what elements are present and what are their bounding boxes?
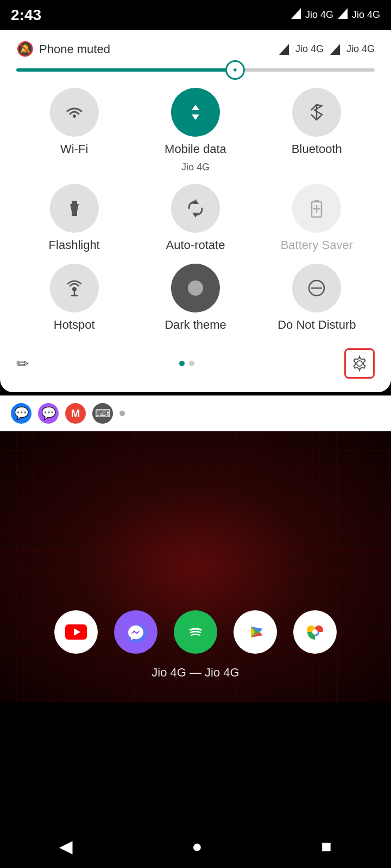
settings-button[interactable]	[344, 348, 375, 379]
battery-saver-label: Battery Saver	[281, 238, 353, 252]
network1-icon	[291, 8, 301, 22]
hotspot-icon	[62, 276, 86, 300]
dnd-icon	[305, 276, 329, 300]
svg-marker-2	[279, 44, 289, 55]
status-time: 2:43	[11, 7, 41, 24]
messenger-icon-1: 💬	[11, 403, 31, 424]
auto-rotate-icon	[184, 196, 207, 220]
home-status-text: Jio 4G — Jio 4G	[0, 666, 391, 680]
brightness-thumb[interactable]	[225, 60, 245, 80]
notification-row: 🔕 Phone muted Jio 4G Jio 4G	[16, 41, 375, 58]
auto-rotate-label: Auto-rotate	[166, 238, 225, 252]
flashlight-icon-circle[interactable]	[50, 184, 99, 233]
tile-flashlight[interactable]: Flashlight	[16, 184, 132, 252]
network2-icon	[338, 8, 348, 22]
svg-point-32	[312, 629, 318, 635]
dark-theme-label: Dark theme	[165, 318, 226, 332]
app-icons-row	[0, 610, 391, 654]
network2-label: Jio 4G	[352, 9, 380, 21]
home-button[interactable]: ●	[192, 837, 202, 857]
status-icons: Jio 4G Jio 4G	[291, 8, 380, 22]
flashlight-label: Flashlight	[49, 238, 100, 252]
wifi-icon	[62, 100, 86, 124]
messenger-icon-2: 💬	[38, 403, 59, 424]
google-play-icon[interactable]	[234, 610, 277, 654]
brightness-row[interactable]	[16, 68, 375, 72]
wifi-icon-circle[interactable]	[50, 88, 99, 137]
status-bar: 2:43 Jio 4G Jio 4G	[0, 0, 391, 30]
signal2-label: Jio 4G	[346, 43, 375, 55]
mobile-data-icon-circle[interactable]	[171, 88, 220, 137]
tile-bluetooth[interactable]: Bluetooth	[259, 88, 375, 173]
dark-theme-icon-circle[interactable]	[171, 264, 220, 312]
bluetooth-icon-circle[interactable]	[292, 88, 341, 137]
dot-1	[179, 361, 185, 366]
hotspot-icon-circle[interactable]	[50, 264, 99, 312]
tile-mobile-data[interactable]: Mobile data Jio 4G	[137, 88, 253, 173]
dot-2	[189, 361, 194, 366]
back-button[interactable]: ◀	[59, 836, 73, 857]
tile-wifi[interactable]: Wi-Fi	[16, 88, 132, 173]
gmail-icon: M	[65, 403, 86, 424]
svg-marker-3	[330, 44, 340, 55]
mobile-data-label: Mobile data	[165, 142, 226, 156]
dark-theme-icon	[184, 276, 207, 300]
svg-rect-11	[314, 200, 319, 202]
home-screen: Jio 4G — Jio 4G	[0, 431, 391, 703]
chrome-icon[interactable]	[293, 610, 337, 654]
signal-status: Jio 4G Jio 4G	[279, 43, 375, 55]
tile-battery-saver[interactable]: Battery Saver	[259, 184, 375, 252]
spotify-icon[interactable]	[174, 610, 217, 654]
battery-saver-icon	[305, 196, 329, 220]
youtube-icon[interactable]	[54, 610, 98, 654]
svg-point-14	[72, 287, 77, 291]
tile-dark-theme[interactable]: Dark theme	[137, 264, 253, 332]
battery-saver-icon-circle[interactable]	[292, 184, 341, 233]
brightness-slider[interactable]	[16, 68, 375, 72]
svg-line-4	[311, 114, 317, 120]
usb-icon: ⌨	[92, 403, 113, 424]
edit-button[interactable]: ✏	[16, 355, 29, 373]
flashlight-icon	[62, 196, 86, 220]
svg-rect-6	[72, 201, 77, 204]
auto-rotate-icon-circle[interactable]	[171, 184, 220, 233]
svg-marker-1	[338, 8, 348, 19]
notification-tray: 💬 💬 M ⌨	[0, 395, 391, 431]
dnd-label: Do Not Disturb	[278, 318, 356, 332]
svg-marker-0	[291, 8, 301, 19]
signal1-label: Jio 4G	[295, 43, 324, 55]
bluetooth-icon	[305, 100, 329, 124]
recents-button[interactable]: ■	[321, 837, 331, 857]
mobile-data-sublabel: Jio 4G	[181, 162, 210, 173]
mobile-data-icon	[184, 100, 207, 124]
tile-dnd[interactable]: Do Not Disturb	[259, 264, 375, 332]
signal2-icon	[330, 44, 340, 55]
phone-muted-status: 🔕 Phone muted	[16, 41, 110, 58]
signal1-icon	[279, 44, 289, 55]
notif-dot	[119, 411, 125, 416]
tiles-grid: Wi-Fi Mobile data Jio 4G Blueto	[16, 88, 375, 332]
svg-point-17	[188, 280, 203, 296]
messenger-icon[interactable]	[114, 610, 157, 654]
tile-hotspot[interactable]: Hotspot	[16, 264, 132, 332]
settings-gear-icon	[351, 355, 368, 372]
bluetooth-label: Bluetooth	[292, 142, 342, 156]
svg-point-20	[357, 361, 362, 366]
dnd-icon-circle[interactable]	[292, 264, 341, 312]
page-dots	[179, 361, 194, 366]
phone-muted-label: Phone muted	[39, 42, 110, 56]
wifi-label: Wi-Fi	[60, 142, 88, 156]
mute-icon: 🔕	[16, 41, 34, 58]
panel-bottom: ✏	[16, 343, 375, 381]
nav-bar: ◀ ● ■	[0, 825, 391, 868]
svg-rect-7	[72, 212, 77, 216]
network1-label: Jio 4G	[305, 9, 333, 21]
quick-settings-panel: 🔕 Phone muted Jio 4G Jio 4G Wi-Fi	[0, 30, 391, 392]
hotspot-label: Hotspot	[54, 318, 95, 332]
tile-auto-rotate[interactable]: Auto-rotate	[137, 184, 253, 252]
